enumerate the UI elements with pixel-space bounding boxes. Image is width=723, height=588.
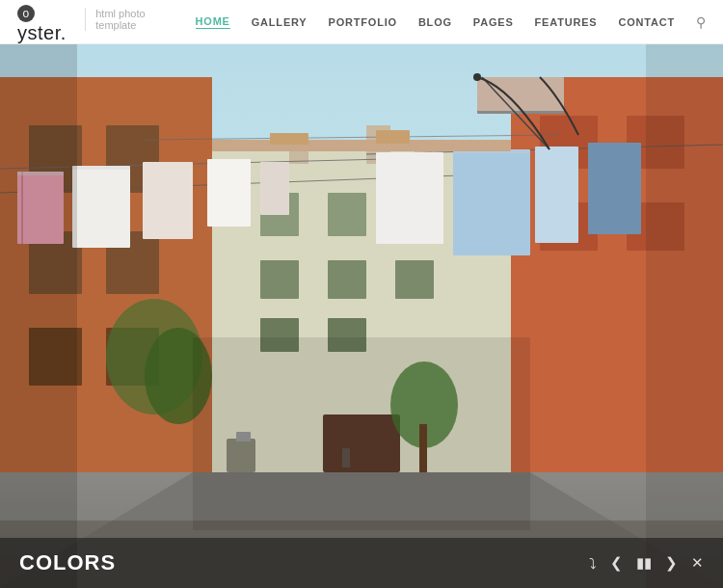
svg-rect-64	[0, 44, 77, 588]
logo-area: oyster. html photo template	[17, 0, 176, 44]
svg-rect-56	[342, 448, 350, 468]
svg-rect-44	[453, 149, 530, 255]
logo-tagline: html photo template	[85, 8, 175, 31]
slide-title: COLORS	[19, 550, 116, 575]
share-button[interactable]: ⤵	[589, 555, 597, 572]
header: oyster. html photo template HOME GALLERY…	[0, 0, 723, 44]
svg-point-50	[473, 73, 481, 81]
svg-rect-40	[72, 166, 130, 170]
main-nav: HOME GALLERY PORTFOLIO BLOG PAGES FEATUR…	[196, 14, 706, 30]
svg-rect-58	[236, 432, 251, 441]
svg-rect-39	[72, 166, 130, 248]
svg-rect-57	[227, 439, 255, 472]
prev-button[interactable]: ❮	[610, 554, 623, 572]
svg-rect-65	[646, 44, 723, 588]
svg-rect-60	[419, 424, 427, 472]
nav-pages[interactable]: PAGES	[473, 16, 514, 28]
nav-contact[interactable]: CONTACT	[618, 16, 675, 28]
nav-gallery[interactable]: GALLERY	[252, 16, 308, 28]
logo-o: o	[17, 5, 35, 22]
logo: oyster.	[17, 0, 75, 44]
svg-rect-48	[588, 143, 641, 234]
pause-button[interactable]: ▮▮	[636, 554, 652, 572]
search-icon[interactable]: ⚲	[696, 14, 706, 30]
bottom-bar: COLORS ⤵ ❮ ▮▮ ❯ ✕	[0, 538, 723, 588]
nav-features[interactable]: FEATURES	[535, 16, 598, 28]
svg-rect-6	[328, 260, 366, 299]
svg-rect-41	[143, 162, 193, 239]
svg-rect-47	[535, 147, 578, 243]
next-button[interactable]: ❯	[665, 554, 678, 572]
svg-rect-5	[260, 260, 299, 299]
svg-rect-7	[395, 260, 434, 299]
close-button[interactable]: ✕	[691, 554, 704, 572]
slideshow-controls: ⤵ ❮ ▮▮ ❯ ✕	[589, 554, 704, 572]
svg-rect-42	[207, 159, 251, 227]
svg-rect-43	[260, 162, 289, 215]
svg-rect-46	[376, 152, 443, 244]
nav-blog[interactable]: BLOG	[418, 16, 452, 28]
svg-rect-3	[328, 193, 366, 236]
nav-portfolio[interactable]: PORTFOLIO	[329, 16, 397, 28]
svg-rect-61	[212, 140, 511, 151]
svg-rect-63	[376, 130, 410, 144]
nav-home[interactable]: HOME	[196, 15, 230, 29]
svg-rect-62	[270, 133, 308, 145]
